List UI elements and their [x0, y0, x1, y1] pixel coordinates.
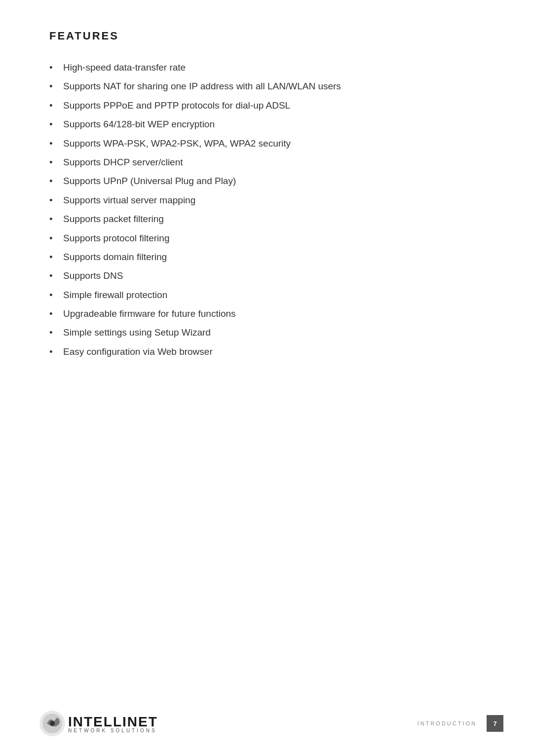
feature-item-1: High-speed data-transfer rate — [49, 60, 484, 75]
logo-area: INTELLINET NETWORK SOLUTIONS — [39, 711, 158, 736]
feature-item-8: Supports virtual server mapping — [49, 193, 484, 208]
feature-item-15: Simple settings using Setup Wizard — [49, 325, 484, 340]
svg-point-1 — [50, 721, 55, 726]
feature-item-6: Supports DHCP server/client — [49, 155, 484, 170]
feature-item-5: Supports WPA-PSK, WPA2-PSK, WPA, WPA2 se… — [49, 136, 484, 151]
section-label: INTRODUCTION — [418, 720, 477, 726]
feature-item-13: Simple firewall protection — [49, 288, 484, 302]
logo-icon — [42, 713, 63, 734]
feature-item-7: Supports UPnP (Universal Plug and Play) — [49, 174, 484, 189]
feature-item-12: Supports DNS — [49, 268, 484, 283]
feature-item-4: Supports 64/128-bit WEP encryption — [49, 117, 484, 132]
logo-circle — [39, 711, 65, 736]
footer: INTELLINET NETWORK SOLUTIONS INTRODUCTIO… — [0, 711, 533, 736]
feature-item-2: Supports NAT for sharing one IP address … — [49, 79, 484, 94]
feature-item-11: Supports domain filtering — [49, 250, 484, 265]
logo-sub-text: NETWORK SOLUTIONS — [68, 728, 157, 733]
features-heading: FEATURES — [49, 30, 484, 42]
page-number: 7 — [487, 715, 503, 732]
page-container: FEATURES High-speed data-transfer rateSu… — [0, 0, 533, 756]
feature-item-9: Supports packet filtering — [49, 212, 484, 227]
features-list: High-speed data-transfer rateSupports NA… — [49, 60, 484, 359]
logo-text-wrapper: INTELLINET NETWORK SOLUTIONS — [68, 714, 158, 733]
footer-right: INTRODUCTION 7 — [418, 715, 503, 732]
feature-item-3: Supports PPPoE and PPTP protocols for di… — [49, 98, 484, 113]
feature-item-10: Supports protocol filtering — [49, 231, 484, 246]
feature-item-14: Upgradeable firmware for future function… — [49, 306, 484, 321]
feature-item-16: Easy configuration via Web browser — [49, 344, 484, 359]
